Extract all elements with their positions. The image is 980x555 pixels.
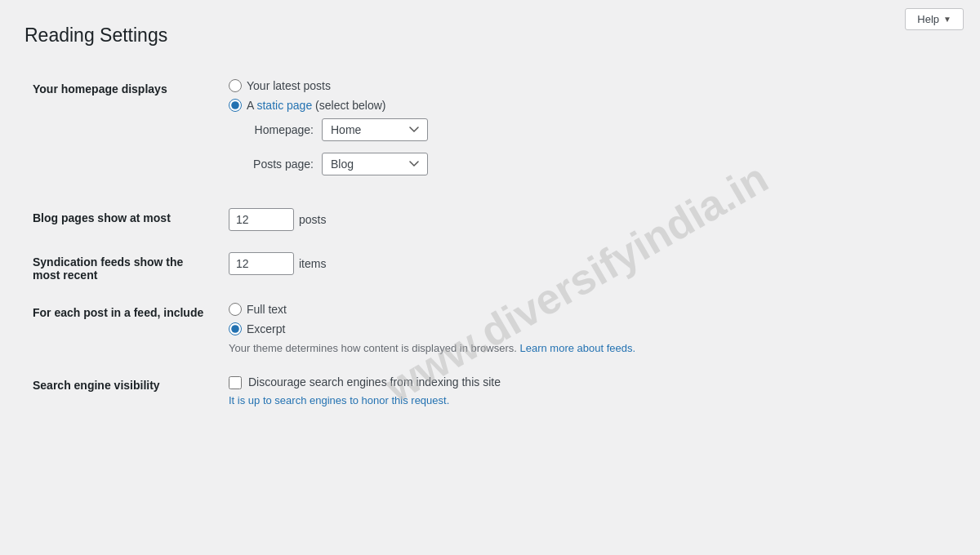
- syndication-feeds-input[interactable]: [229, 252, 294, 275]
- static-page-radio[interactable]: [229, 99, 242, 112]
- posts-page-field-label: Posts page:: [232, 158, 314, 171]
- homepage-select[interactable]: Home About Contact: [322, 118, 428, 141]
- blog-pages-label: Blog pages show at most: [24, 198, 220, 242]
- syndication-feeds-row: Syndication feeds show the most recent i…: [24, 242, 956, 293]
- posts-page-field-row: Posts page: Blog News Updates: [232, 153, 947, 175]
- static-page-link[interactable]: static page: [256, 99, 312, 112]
- search-engine-label: Search engine visibility: [24, 366, 220, 418]
- static-page-prefix: A: [247, 99, 254, 112]
- latest-posts-label[interactable]: Your latest posts: [247, 79, 331, 92]
- blog-pages-controls: posts: [220, 198, 956, 242]
- blog-pages-row: Blog pages show at most posts: [24, 198, 956, 242]
- help-button[interactable]: Help ▼: [905, 8, 964, 30]
- search-engine-checkbox-option: Discourage search engines from indexing …: [229, 375, 947, 389]
- feed-description-text: Your theme determines how content is dis…: [229, 342, 517, 354]
- full-text-option: Full text: [229, 303, 947, 316]
- homepage-displays-label: Your homepage displays: [24, 69, 220, 198]
- search-engine-controls: Discourage search engines from indexing …: [220, 366, 956, 418]
- blog-pages-input-group: posts: [229, 208, 947, 231]
- feed-description: Your theme determines how content is dis…: [229, 342, 947, 354]
- help-button-wrap: Help ▼: [905, 8, 964, 30]
- page-wrapper: www.diversifyindia.in Help ▼ Reading Set…: [0, 0, 980, 555]
- static-page-label: A static page (select below): [247, 99, 385, 112]
- page-title: Reading Settings: [24, 24, 956, 47]
- search-engine-checkbox[interactable]: [229, 376, 242, 389]
- syndication-feeds-suffix: items: [299, 257, 326, 270]
- latest-posts-radio[interactable]: [229, 79, 242, 92]
- static-page-option: A static page (select below): [229, 99, 947, 112]
- syndication-feeds-input-group: items: [229, 252, 947, 275]
- homepage-field-row: Homepage: Home About Contact: [232, 118, 947, 141]
- posts-page-select[interactable]: Blog News Updates: [322, 153, 428, 175]
- static-page-suffix: (select below): [315, 99, 385, 112]
- feed-include-label: For each post in a feed, include: [24, 293, 220, 366]
- homepage-displays-row: Your homepage displays Your latest posts…: [24, 69, 956, 198]
- excerpt-radio[interactable]: [229, 322, 242, 335]
- sub-fields: Homepage: Home About Contact Posts page:…: [232, 118, 947, 175]
- feed-include-controls: Full text Excerpt Your theme determines …: [220, 293, 956, 366]
- syndication-feeds-label: Syndication feeds show the most recent: [24, 242, 220, 293]
- full-text-radio[interactable]: [229, 303, 242, 316]
- homepage-field-label: Homepage:: [232, 123, 314, 136]
- help-label: Help: [917, 13, 939, 25]
- blog-pages-input[interactable]: [229, 208, 294, 231]
- settings-table: Your homepage displays Your latest posts…: [24, 69, 956, 418]
- chevron-down-icon: ▼: [943, 15, 951, 24]
- feed-include-row: For each post in a feed, include Full te…: [24, 293, 956, 366]
- search-engine-row: Search engine visibility Discourage sear…: [24, 366, 956, 418]
- search-engine-checkbox-label[interactable]: Discourage search engines from indexing …: [248, 375, 501, 388]
- excerpt-label[interactable]: Excerpt: [247, 322, 285, 335]
- learn-more-feeds-link[interactable]: Learn more about feeds.: [520, 342, 636, 354]
- blog-pages-suffix: posts: [299, 213, 326, 226]
- full-text-label[interactable]: Full text: [247, 303, 287, 316]
- search-engine-note: It is up to search engines to honor this…: [229, 394, 947, 406]
- excerpt-option: Excerpt: [229, 322, 947, 335]
- homepage-displays-controls: Your latest posts A static page (select …: [220, 69, 956, 198]
- latest-posts-option: Your latest posts: [229, 79, 947, 92]
- syndication-feeds-controls: items: [220, 242, 956, 293]
